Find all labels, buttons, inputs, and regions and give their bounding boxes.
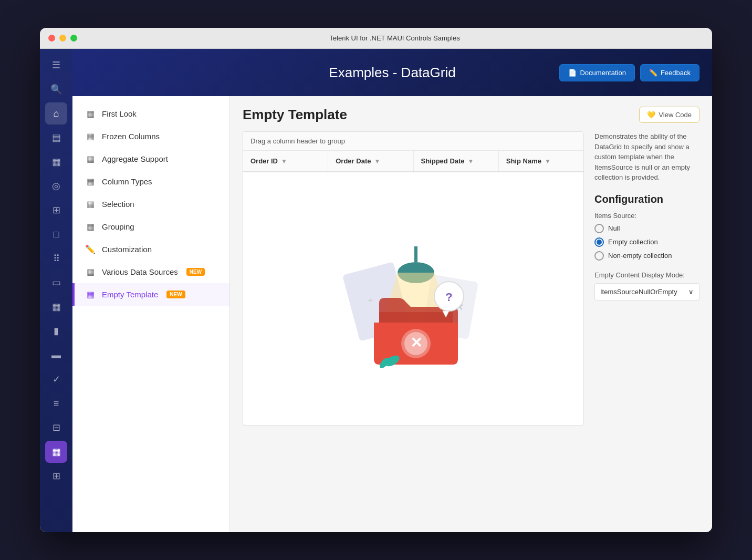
chevron-down-icon: ∨ <box>688 288 694 296</box>
view-code-button[interactable]: 💛 View Code <box>639 107 699 123</box>
filter-icon-order-date[interactable]: ▼ <box>374 158 380 165</box>
col-label-ship-name: Ship Name <box>506 157 541 165</box>
feedback-button[interactable]: ✏️ Feedback <box>640 64 699 81</box>
nav-icon-empty-template: ▦ <box>85 289 96 299</box>
display-mode-dropdown[interactable]: ItemsSourceNullOrEmpty ∨ <box>594 283 699 300</box>
square-icon: □ <box>54 229 59 240</box>
left-nav: ▦ First Look ▦ Frozen Columns ▦ Aggregat… <box>72 96 230 532</box>
config-panel: Demonstrates the ability of the DataGrid… <box>594 131 699 426</box>
radio-non-empty-collection[interactable]: Non-empty collection <box>594 251 699 261</box>
title-bar: Telerik UI for .NET MAUI Controls Sample… <box>40 28 712 49</box>
items-source-label: Items Source: <box>594 212 699 220</box>
chart-bar-icon: ▦ <box>52 156 61 168</box>
radio-empty-collection[interactable]: Empty collection <box>594 237 699 247</box>
nav-item-grouping[interactable]: ▦ Grouping <box>72 215 229 238</box>
sidebar-icon-grid[interactable]: ⊞ <box>45 199 67 221</box>
nav-item-column-types[interactable]: ▦ Column Types <box>72 170 229 193</box>
home-icon: ⌂ <box>54 108 59 119</box>
app-body: ☰ 🔍 ⌂ ▤ ▦ ◎ ⊞ □ ⠿ <box>40 49 712 532</box>
grid-group-header: Drag a column header to group <box>243 132 583 151</box>
close-button[interactable] <box>48 35 55 42</box>
radio-inner-empty-collection <box>597 240 602 245</box>
radio-label-null: Null <box>608 224 620 232</box>
nav-label-aggregate-support: Aggregate Support <box>102 154 168 163</box>
demo-header: Empty Template 💛 View Code <box>243 107 699 123</box>
sidebar-icon-display[interactable]: ▭ <box>45 272 67 294</box>
header-buttons: 📄 Documentation ✏️ Feedback <box>559 64 699 81</box>
sidebar-icon-dots[interactable]: ⠿ <box>45 247 67 269</box>
nav-label-frozen-columns: Frozen Columns <box>102 132 160 141</box>
sidebar-icon-table2[interactable]: ⊞ <box>45 465 67 487</box>
filter-icon-order-id[interactable]: ▼ <box>281 158 287 165</box>
col-label-order-id: Order ID <box>250 157 278 165</box>
check-icon: ✓ <box>53 374 60 385</box>
calendar-icon: ▦ <box>52 301 61 313</box>
sidebar-icon-bar-chart[interactable]: ▮ <box>45 320 67 342</box>
grid-col-ship-name: Ship Name ▼ <box>499 151 583 171</box>
nav-label-column-types: Column Types <box>102 177 152 186</box>
nav-icon-column-types: ▦ <box>85 177 96 186</box>
display-mode-label: Empty Content Display Mode: <box>594 271 699 279</box>
sidebar-icon-lines[interactable]: ≡ <box>45 392 67 414</box>
sidebar-icon-home[interactable]: ⌂ <box>45 102 67 125</box>
sidebar-icon-menu[interactable]: ☰ <box>45 54 67 76</box>
nav-item-selection[interactable]: ▦ Selection <box>72 193 229 215</box>
sidebar-icon-check[interactable]: ✓ <box>45 368 67 390</box>
icon-sidebar: ☰ 🔍 ⌂ ▤ ▦ ◎ ⊞ □ ⠿ <box>40 49 72 532</box>
grid-empty-area: ✕ + <box>243 172 583 425</box>
comment-icon: ▬ <box>51 350 61 361</box>
radio-null[interactable]: Null <box>594 224 699 233</box>
sidebar-icon-square[interactable]: □ <box>45 223 67 245</box>
filter-icon-shipped-date[interactable]: ▼ <box>468 158 474 165</box>
sidebar-icon-calendar[interactable]: ▦ <box>45 296 67 318</box>
sidebar-icon-search[interactable]: 🔍 <box>45 78 67 100</box>
demo-area: Empty Template 💛 View Code Drag a column… <box>230 96 712 532</box>
nav-icon-grouping: ▦ <box>85 222 96 232</box>
view-code-label: View Code <box>659 111 692 119</box>
datagrid-icon: ▦ <box>52 446 61 458</box>
nav-item-customization[interactable]: ✏️ Customization <box>72 238 229 261</box>
radio-circle-null <box>594 224 604 233</box>
nav-icon-customization: ✏️ <box>85 244 96 254</box>
main-area: Examples - DataGrid 📄 Documentation ✏️ F… <box>72 49 712 532</box>
menu-icon: ☰ <box>52 59 60 71</box>
sidebar-icon-datagrid[interactable]: ▦ <box>45 441 67 463</box>
nav-icon-frozen-columns: ▦ <box>85 131 96 141</box>
maximize-button[interactable] <box>70 35 77 42</box>
nav-item-empty-template[interactable]: ▦ Empty Template NEW <box>72 283 229 306</box>
sidebar-icon-circle[interactable]: ◎ <box>45 175 67 197</box>
content-area: ▦ First Look ▦ Frozen Columns ▦ Aggregat… <box>72 96 712 532</box>
col-label-order-date: Order Date <box>336 157 371 165</box>
sidebar-icon-chart-bar[interactable]: ▦ <box>45 151 67 173</box>
radio-label-empty-collection: Empty collection <box>608 238 658 246</box>
header-title: Examples - DataGrid <box>329 65 455 81</box>
nav-item-frozen-columns[interactable]: ▦ Frozen Columns <box>72 125 229 148</box>
svg-text:?: ? <box>445 291 452 304</box>
nav-label-customization: Customization <box>102 245 152 254</box>
nav-icon-various-data-sources: ▦ <box>85 267 96 277</box>
config-description: Demonstrates the ability of the DataGrid… <box>594 131 699 183</box>
app-window: Telerik UI for .NET MAUI Controls Sample… <box>40 28 712 532</box>
grid-col-shipped-date: Shipped Date ▼ <box>414 151 499 171</box>
radio-circle-non-empty-collection <box>594 251 604 261</box>
lines-icon: ≡ <box>54 398 59 409</box>
circle-icon: ◎ <box>52 180 60 192</box>
sidebar-icon-list[interactable]: ▤ <box>45 127 67 149</box>
grid-col-order-id: Order ID ▼ <box>243 151 328 171</box>
nav-item-first-look[interactable]: ▦ First Look <box>72 102 229 125</box>
nav-item-various-data-sources[interactable]: ▦ Various Data Sources NEW <box>72 261 229 283</box>
grid-columns: Order ID ▼ Order Date ▼ Shipped Date ▼ <box>243 151 583 172</box>
config-title: Configuration <box>594 193 699 205</box>
filter-icon-ship-name[interactable]: ▼ <box>545 158 551 165</box>
sidebar-icon-table[interactable]: ⊟ <box>45 417 67 439</box>
documentation-button[interactable]: 📄 Documentation <box>559 64 634 81</box>
minimize-button[interactable] <box>59 35 66 42</box>
nav-label-first-look: First Look <box>102 109 137 118</box>
table-icon: ⊟ <box>53 422 60 433</box>
nav-item-aggregate-support[interactable]: ▦ Aggregate Support <box>72 148 229 170</box>
docs-label: Documentation <box>580 69 625 77</box>
traffic-lights <box>48 35 77 42</box>
sidebar-icon-comment[interactable]: ▬ <box>45 344 67 366</box>
col-label-shipped-date: Shipped Date <box>421 157 465 165</box>
badge-empty-template: NEW <box>166 291 185 298</box>
